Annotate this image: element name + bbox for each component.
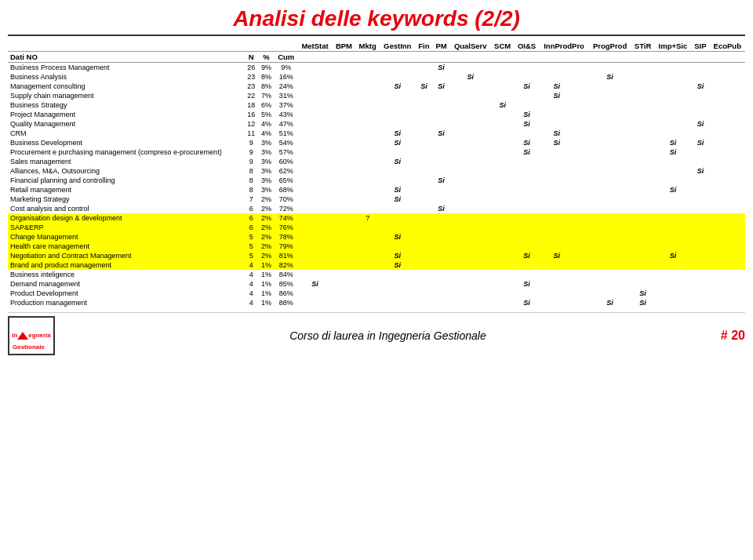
row-cell: 16% xyxy=(275,72,298,82)
row-cell xyxy=(433,260,450,270)
table-row: Business Process Management269%9%Si xyxy=(8,63,745,73)
table-row: Business Strategy186%37%Si xyxy=(8,100,745,110)
row-cell: 47% xyxy=(275,119,298,129)
row-cell: 57% xyxy=(275,147,298,157)
row-cell xyxy=(415,195,432,204)
row-label: Supply chain management xyxy=(8,91,245,100)
table-row: Marketing Strategy72%70%Si xyxy=(8,195,745,204)
table-row: Negotiation and Contract Management52%81… xyxy=(8,251,745,260)
row-cell xyxy=(450,185,491,195)
row-cell xyxy=(450,100,491,110)
row-cell: 76% xyxy=(275,223,298,232)
row-cell xyxy=(631,119,655,129)
row-cell xyxy=(298,251,333,260)
row-cell xyxy=(450,279,491,289)
row-cell xyxy=(589,260,631,270)
row-cell xyxy=(515,232,540,242)
table-row: Management consulting238%24%SiSiSiSiSiSi xyxy=(8,82,745,91)
row-cell xyxy=(355,166,380,176)
col-header-gestinn: GestInn xyxy=(380,41,415,52)
row-cell xyxy=(333,147,356,157)
row-cell xyxy=(298,270,333,279)
row-cell xyxy=(574,270,588,279)
row-cell xyxy=(655,72,692,82)
row-cell: 6 xyxy=(245,223,259,232)
row-cell xyxy=(433,279,450,289)
row-cell xyxy=(415,138,432,147)
row-cell xyxy=(415,147,432,157)
row-cell xyxy=(450,232,491,242)
row-cell: 2% xyxy=(258,242,275,251)
row-cell xyxy=(691,213,709,223)
row-cell xyxy=(380,289,415,298)
row-cell: 65% xyxy=(275,176,298,185)
row-cell xyxy=(515,63,540,73)
row-cell xyxy=(380,72,415,82)
row-cell xyxy=(589,100,631,110)
row-cell xyxy=(491,289,515,298)
row-cell xyxy=(355,91,380,100)
row-cell xyxy=(710,260,745,270)
row-cell xyxy=(415,289,432,298)
row-cell: 85% xyxy=(275,279,298,289)
row-cell xyxy=(691,176,709,185)
table-row: Financial planning and controlling83%65%… xyxy=(8,176,745,185)
row-cell xyxy=(655,91,692,100)
row-label: Quality Management xyxy=(8,119,245,129)
row-label: Alliances, M&A, Outsourcing xyxy=(8,166,245,176)
row-cell xyxy=(710,298,745,307)
row-cell xyxy=(433,100,450,110)
row-cell xyxy=(655,129,692,138)
row-cell: Si xyxy=(515,147,540,157)
col-header-impsic-2 xyxy=(655,52,692,63)
row-cell: Si xyxy=(539,91,574,100)
row-cell xyxy=(539,298,574,307)
row-cell xyxy=(710,91,745,100)
row-cell: 3% xyxy=(258,166,275,176)
row-cell: Si xyxy=(515,138,540,147)
row-cell xyxy=(298,289,333,298)
row-cell: Si xyxy=(433,129,450,138)
row-cell: 81% xyxy=(275,251,298,260)
row-cell xyxy=(631,270,655,279)
row-cell xyxy=(589,279,631,289)
row-cell xyxy=(355,119,380,129)
row-cell: 18 xyxy=(245,100,259,110)
row-cell xyxy=(491,270,515,279)
row-cell xyxy=(433,166,450,176)
row-cell xyxy=(298,232,333,242)
row-label: Demand management xyxy=(8,279,245,289)
row-cell xyxy=(298,195,333,204)
row-cell xyxy=(655,63,692,73)
row-cell xyxy=(415,157,432,166)
table-row: Product Development41%86%Si xyxy=(8,289,745,298)
row-cell xyxy=(589,91,631,100)
row-cell xyxy=(691,251,709,260)
row-cell xyxy=(655,242,692,251)
row-cell xyxy=(380,100,415,110)
row-cell xyxy=(710,157,745,166)
col-header-ois: OI&S xyxy=(515,41,540,52)
row-cell xyxy=(333,129,356,138)
row-cell xyxy=(333,289,356,298)
row-cell: Si xyxy=(380,232,415,242)
row-cell xyxy=(450,251,491,260)
row-cell xyxy=(355,147,380,157)
row-cell: Si xyxy=(433,82,450,91)
row-cell: 51% xyxy=(275,129,298,138)
row-cell xyxy=(710,279,745,289)
row-cell xyxy=(333,242,356,251)
row-cell xyxy=(574,100,588,110)
row-cell xyxy=(631,176,655,185)
col-header-bpm: BPM xyxy=(333,41,356,52)
row-cell: ? xyxy=(355,213,380,223)
row-cell xyxy=(433,195,450,204)
row-cell: Si xyxy=(691,82,709,91)
row-cell: 54% xyxy=(275,138,298,147)
row-cell xyxy=(355,129,380,138)
col-header-metstat-2 xyxy=(298,52,333,63)
row-cell xyxy=(589,119,631,129)
row-cell xyxy=(433,251,450,260)
row-cell xyxy=(433,213,450,223)
row-cell xyxy=(380,270,415,279)
